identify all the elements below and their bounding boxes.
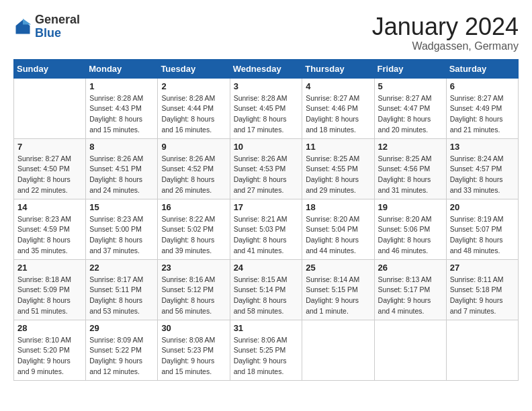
day-number: 1 — [89, 81, 154, 91]
day-cell: 31Sunrise: 8:06 AMSunset: 5:25 PMDayligh… — [230, 320, 302, 380]
day-number: 27 — [450, 263, 515, 273]
day-number: 7 — [17, 142, 82, 152]
day-cell: 29Sunrise: 8:09 AMSunset: 5:22 PMDayligh… — [86, 320, 158, 380]
day-cell: 4Sunrise: 8:27 AMSunset: 4:46 PMDaylight… — [302, 78, 374, 138]
day-number: 5 — [378, 81, 443, 91]
day-info: Sunrise: 8:25 AMSunset: 4:56 PMDaylight:… — [378, 154, 443, 196]
day-cell: 7Sunrise: 8:27 AMSunset: 4:50 PMDaylight… — [14, 138, 86, 199]
day-number: 26 — [378, 263, 443, 273]
day-number: 18 — [306, 202, 370, 212]
day-info: Sunrise: 8:27 AMSunset: 4:49 PMDaylight:… — [450, 93, 515, 136]
day-number: 11 — [306, 142, 370, 152]
week-row-1: 1Sunrise: 8:28 AMSunset: 4:43 PMDaylight… — [14, 78, 519, 138]
day-number: 24 — [234, 263, 299, 273]
day-info: Sunrise: 8:16 AMSunset: 5:12 PMDaylight:… — [161, 275, 226, 317]
day-cell: 12Sunrise: 8:25 AMSunset: 4:56 PMDayligh… — [374, 138, 446, 199]
day-cell: 22Sunrise: 8:17 AMSunset: 5:11 PMDayligh… — [86, 259, 158, 320]
day-info: Sunrise: 8:26 AMSunset: 4:53 PMDaylight:… — [234, 154, 299, 196]
day-info: Sunrise: 8:27 AMSunset: 4:46 PMDaylight:… — [306, 93, 370, 136]
day-cell: 3Sunrise: 8:28 AMSunset: 4:45 PMDaylight… — [230, 78, 302, 138]
day-info: Sunrise: 8:28 AMSunset: 4:45 PMDaylight:… — [234, 93, 299, 136]
day-number: 15 — [89, 202, 154, 212]
day-number: 21 — [17, 263, 82, 273]
day-info: Sunrise: 8:23 AMSunset: 4:59 PMDaylight:… — [17, 214, 82, 257]
day-cell: 17Sunrise: 8:21 AMSunset: 5:03 PMDayligh… — [230, 199, 302, 259]
day-info: Sunrise: 8:28 AMSunset: 4:43 PMDaylight:… — [89, 93, 154, 136]
day-number: 16 — [161, 202, 226, 212]
week-row-3: 14Sunrise: 8:23 AMSunset: 4:59 PMDayligh… — [14, 199, 519, 259]
day-info: Sunrise: 8:24 AMSunset: 4:57 PMDaylight:… — [450, 154, 515, 196]
day-info: Sunrise: 8:22 AMSunset: 5:02 PMDaylight:… — [161, 214, 226, 257]
day-cell: 25Sunrise: 8:14 AMSunset: 5:15 PMDayligh… — [302, 259, 374, 320]
day-cell: 2Sunrise: 8:28 AMSunset: 4:44 PMDaylight… — [158, 78, 230, 138]
day-info: Sunrise: 8:18 AMSunset: 5:09 PMDaylight:… — [17, 275, 82, 317]
day-number: 8 — [89, 142, 154, 152]
week-row-4: 21Sunrise: 8:18 AMSunset: 5:09 PMDayligh… — [14, 259, 519, 320]
day-header-saturday: Saturday — [446, 59, 518, 78]
day-header-tuesday: Tuesday — [158, 59, 230, 78]
day-cell: 16Sunrise: 8:22 AMSunset: 5:02 PMDayligh… — [158, 199, 230, 259]
day-number: 20 — [450, 202, 515, 212]
day-info: Sunrise: 8:20 AMSunset: 5:06 PMDaylight:… — [378, 214, 443, 257]
day-cell: 6Sunrise: 8:27 AMSunset: 4:49 PMDaylight… — [446, 78, 518, 138]
day-number: 23 — [161, 263, 226, 273]
day-number: 31 — [234, 323, 299, 333]
month-title: January 2024 — [372, 13, 519, 40]
day-cell: 21Sunrise: 8:18 AMSunset: 5:09 PMDayligh… — [14, 259, 86, 320]
day-number: 3 — [234, 81, 299, 91]
day-cell: 24Sunrise: 8:15 AMSunset: 5:14 PMDayligh… — [230, 259, 302, 320]
day-info: Sunrise: 8:09 AMSunset: 5:22 PMDaylight:… — [89, 335, 154, 377]
day-number: 9 — [161, 142, 226, 152]
day-cell: 18Sunrise: 8:20 AMSunset: 5:04 PMDayligh… — [302, 199, 374, 259]
day-info: Sunrise: 8:20 AMSunset: 5:04 PMDaylight:… — [306, 214, 370, 257]
logo-text: General Blue — [35, 13, 80, 40]
day-cell: 5Sunrise: 8:27 AMSunset: 4:47 PMDaylight… — [374, 78, 446, 138]
logo-blue: Blue — [35, 27, 80, 40]
day-number: 17 — [234, 202, 299, 212]
day-number: 19 — [378, 202, 443, 212]
logo-general: General — [35, 13, 80, 27]
day-number: 25 — [306, 263, 370, 273]
day-info: Sunrise: 8:23 AMSunset: 5:00 PMDaylight:… — [89, 214, 154, 257]
day-info: Sunrise: 8:27 AMSunset: 4:47 PMDaylight:… — [378, 93, 443, 136]
day-header-friday: Friday — [374, 59, 446, 78]
day-info: Sunrise: 8:26 AMSunset: 4:52 PMDaylight:… — [161, 154, 226, 196]
day-info: Sunrise: 8:26 AMSunset: 4:51 PMDaylight:… — [89, 154, 154, 196]
day-cell: 26Sunrise: 8:13 AMSunset: 5:17 PMDayligh… — [374, 259, 446, 320]
day-cell: 8Sunrise: 8:26 AMSunset: 4:51 PMDaylight… — [86, 138, 158, 199]
day-number: 10 — [234, 142, 299, 152]
day-info: Sunrise: 8:17 AMSunset: 5:11 PMDaylight:… — [89, 275, 154, 317]
day-header-monday: Monday — [86, 59, 158, 78]
day-cell — [446, 320, 518, 380]
logo-icon — [13, 17, 32, 36]
day-cell: 23Sunrise: 8:16 AMSunset: 5:12 PMDayligh… — [158, 259, 230, 320]
day-info: Sunrise: 8:14 AMSunset: 5:15 PMDaylight:… — [306, 275, 370, 317]
day-number: 14 — [17, 202, 82, 212]
day-cell: 13Sunrise: 8:24 AMSunset: 4:57 PMDayligh… — [446, 138, 518, 199]
day-info: Sunrise: 8:06 AMSunset: 5:25 PMDaylight:… — [234, 335, 299, 377]
day-info: Sunrise: 8:27 AMSunset: 4:50 PMDaylight:… — [17, 154, 82, 196]
page-header: General Blue January 2024 Wadgassen, Ger… — [13, 13, 519, 52]
day-cell — [14, 78, 86, 138]
calendar-body: 1Sunrise: 8:28 AMSunset: 4:43 PMDaylight… — [14, 78, 519, 380]
calendar-header: SundayMondayTuesdayWednesdayThursdayFrid… — [14, 59, 519, 78]
day-cell: 11Sunrise: 8:25 AMSunset: 4:55 PMDayligh… — [302, 138, 374, 199]
title-block: January 2024 Wadgassen, Germany — [372, 13, 519, 52]
day-cell: 14Sunrise: 8:23 AMSunset: 4:59 PMDayligh… — [14, 199, 86, 259]
day-cell: 30Sunrise: 8:08 AMSunset: 5:23 PMDayligh… — [158, 320, 230, 380]
day-number: 29 — [89, 323, 154, 333]
day-info: Sunrise: 8:15 AMSunset: 5:14 PMDaylight:… — [234, 275, 299, 317]
day-info: Sunrise: 8:10 AMSunset: 5:20 PMDaylight:… — [17, 335, 82, 377]
location: Wadgassen, Germany — [372, 40, 519, 52]
day-number: 28 — [17, 323, 82, 333]
day-number: 13 — [450, 142, 515, 152]
day-info: Sunrise: 8:19 AMSunset: 5:07 PMDaylight:… — [450, 214, 515, 257]
logo: General Blue — [13, 13, 80, 40]
day-number: 30 — [161, 323, 226, 333]
day-cell: 27Sunrise: 8:11 AMSunset: 5:18 PMDayligh… — [446, 259, 518, 320]
week-row-2: 7Sunrise: 8:27 AMSunset: 4:50 PMDaylight… — [14, 138, 519, 199]
day-cell: 1Sunrise: 8:28 AMSunset: 4:43 PMDaylight… — [86, 78, 158, 138]
day-header-thursday: Thursday — [302, 59, 374, 78]
calendar: SundayMondayTuesdayWednesdayThursdayFrid… — [13, 59, 519, 381]
svg-marker-1 — [23, 19, 31, 25]
